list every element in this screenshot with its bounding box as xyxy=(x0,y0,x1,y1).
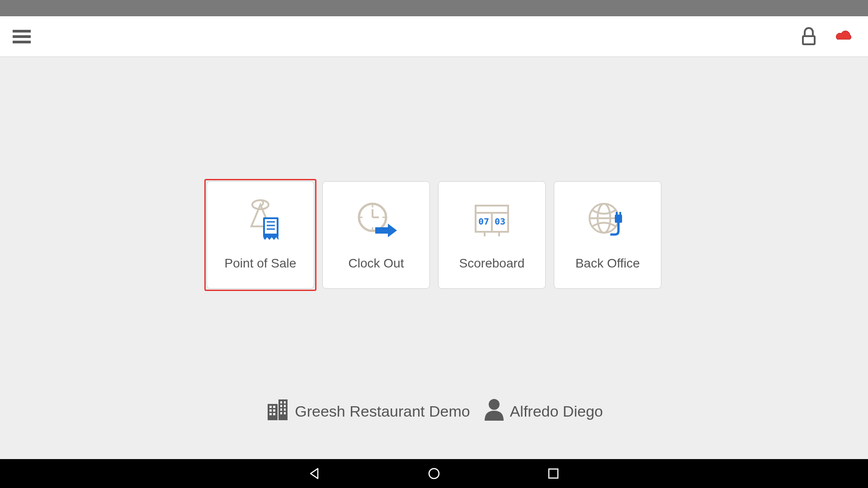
svg-marker-43 xyxy=(311,469,318,479)
svg-rect-31 xyxy=(273,409,275,412)
tile-point-of-sale[interactable]: Point of Sale xyxy=(207,181,314,289)
user-block: Alfredo Diego xyxy=(483,397,603,425)
app-header xyxy=(0,16,868,57)
scoreboard-icon: 07 03 xyxy=(469,199,514,241)
tile-label: Point of Sale xyxy=(225,256,297,271)
nav-recent-button[interactable] xyxy=(546,466,561,481)
lock-icon[interactable] xyxy=(802,28,816,45)
svg-rect-30 xyxy=(269,409,272,412)
svg-rect-23 xyxy=(615,215,622,223)
pos-icon xyxy=(238,199,283,241)
android-status-bar xyxy=(0,0,868,16)
svg-marker-14 xyxy=(388,224,397,237)
tile-scoreboard[interactable]: 07 03 Scoreboard xyxy=(438,181,546,289)
svg-rect-38 xyxy=(280,408,282,411)
svg-rect-13 xyxy=(375,227,388,234)
tile-back-office[interactable]: Back Office xyxy=(554,181,661,289)
tile-label: Back Office xyxy=(576,256,640,271)
svg-rect-39 xyxy=(284,408,286,411)
cloud-icon[interactable] xyxy=(834,30,854,43)
nav-back-button[interactable] xyxy=(307,466,322,481)
hamburger-icon[interactable] xyxy=(13,30,31,43)
svg-rect-45 xyxy=(549,469,558,478)
svg-rect-36 xyxy=(280,405,282,407)
business-block: Greesh Restaurant Demo xyxy=(265,397,470,426)
svg-rect-37 xyxy=(284,405,286,407)
scoreboard-left-digit: 07 xyxy=(478,216,489,227)
tile-label: Clock Out xyxy=(349,256,404,271)
svg-rect-28 xyxy=(269,406,272,408)
user-name: Alfredo Diego xyxy=(510,403,603,420)
tile-label: Scoreboard xyxy=(459,256,525,271)
android-nav-bar xyxy=(0,459,868,488)
svg-rect-40 xyxy=(280,412,282,414)
nav-home-button[interactable] xyxy=(426,466,442,481)
tile-clock-out[interactable]: Clock Out xyxy=(322,181,430,289)
svg-rect-34 xyxy=(280,401,282,404)
svg-rect-26 xyxy=(268,404,278,420)
business-name: Greesh Restaurant Demo xyxy=(295,403,470,420)
scoreboard-right-digit: 03 xyxy=(495,216,505,227)
building-icon xyxy=(265,397,290,426)
svg-rect-32 xyxy=(269,413,272,415)
footer-info: Greesh Restaurant Demo Alfredo Diego xyxy=(0,397,868,426)
svg-point-44 xyxy=(429,469,439,479)
tile-grid: Point of Sale xyxy=(207,181,661,289)
svg-rect-29 xyxy=(273,406,275,408)
svg-rect-41 xyxy=(284,412,286,414)
back-office-icon xyxy=(585,199,630,241)
svg-rect-27 xyxy=(278,399,288,420)
clock-out-icon xyxy=(354,199,399,241)
svg-rect-35 xyxy=(284,401,286,404)
main-content: Point of Sale xyxy=(0,57,868,459)
user-icon xyxy=(483,397,505,425)
svg-rect-33 xyxy=(273,413,275,415)
svg-point-42 xyxy=(489,399,500,410)
